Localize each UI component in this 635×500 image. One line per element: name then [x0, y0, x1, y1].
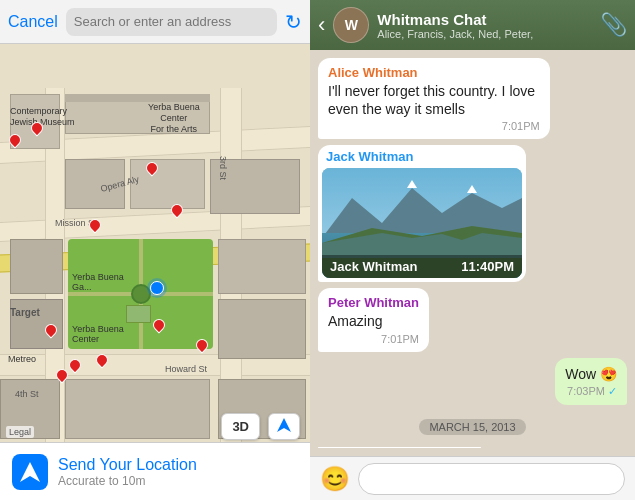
- jack-sender-label: Jack Whitman: [330, 259, 417, 274]
- chat-bottom-bar: 😊: [310, 456, 635, 500]
- zissou-sender-area: Zissou: [318, 447, 481, 448]
- sender-peter: Peter Whitman: [328, 295, 419, 310]
- message-text-alice: I'll never forget this country. I love e…: [328, 82, 540, 118]
- map-3d-button[interactable]: 3D: [221, 413, 260, 440]
- map-pin-9[interactable]: [68, 359, 80, 375]
- map-controls: 3D: [221, 413, 300, 440]
- chat-subtitle: Alice, Francis, Jack, Ned, Peter,: [377, 28, 592, 40]
- cancel-button[interactable]: Cancel: [8, 13, 58, 31]
- send-location-title: Send Your Location: [58, 456, 197, 474]
- message-time-peter: 7:01PM: [328, 333, 419, 345]
- map-pin-6[interactable]: [152, 319, 164, 335]
- search-bar[interactable]: [66, 8, 277, 36]
- map-pin-8[interactable]: [95, 354, 107, 370]
- chat-header: ‹ W Whitmans Chat Alice, Francis, Jack, …: [310, 0, 635, 50]
- chat-messages: Alice Whitman I'll never forget this cou…: [310, 50, 635, 456]
- svg-marker-0: [277, 418, 291, 432]
- send-location-text: Send Your Location Accurate to 10m: [58, 456, 197, 488]
- message-time-alice: 7:01PM: [328, 120, 540, 132]
- chat-panel: ‹ W Whitmans Chat Alice, Francis, Jack, …: [310, 0, 635, 500]
- chat-title: Whitmans Chat: [377, 11, 592, 28]
- attach-button[interactable]: 📎: [600, 12, 627, 38]
- sender-jack: Jack Whitman: [322, 149, 522, 166]
- map-location-button[interactable]: [268, 413, 300, 440]
- map-pin-3[interactable]: [145, 162, 157, 178]
- message-alice: Alice Whitman I'll never forget this cou…: [318, 58, 550, 139]
- map-pin-1[interactable]: [8, 134, 20, 150]
- map-pin-11[interactable]: [44, 324, 56, 340]
- message-text-peter: Amazing: [328, 312, 419, 330]
- message-jack: Jack Whitman: [318, 145, 526, 282]
- read-check: ✓: [608, 385, 617, 397]
- jack-image-caption: Jack Whitman 11:40PM: [322, 255, 522, 278]
- chat-back-button[interactable]: ‹: [318, 12, 325, 38]
- map-pin-7[interactable]: [195, 339, 207, 355]
- map-pin-2[interactable]: [30, 122, 42, 138]
- map-header: Cancel ↻: [0, 0, 310, 44]
- message-text-wow: Wow 😍: [565, 365, 617, 383]
- map-panel: Cancel ↻: [0, 0, 310, 500]
- legal-text: Legal: [6, 426, 34, 438]
- date-divider: MARCH 15, 2013: [318, 417, 627, 435]
- message-zissou-location: Zissou 📍: [318, 447, 481, 448]
- chat-header-info: Whitmans Chat Alice, Francis, Jack, Ned,…: [377, 11, 592, 40]
- send-location-subtitle: Accurate to 10m: [58, 474, 197, 488]
- refresh-button[interactable]: ↻: [285, 10, 302, 34]
- map-pin-4[interactable]: [170, 204, 182, 220]
- send-location-bar[interactable]: Send Your Location Accurate to 10m: [0, 442, 310, 500]
- chat-input[interactable]: [358, 463, 625, 495]
- map-pin-5[interactable]: [88, 219, 100, 235]
- chat-avatar: W: [333, 7, 369, 43]
- svg-marker-1: [20, 462, 40, 482]
- search-input[interactable]: [74, 14, 269, 29]
- date-divider-text: MARCH 15, 2013: [419, 419, 525, 435]
- location-icon: [12, 454, 48, 490]
- jack-image-time: 11:40PM: [461, 259, 514, 274]
- message-peter: Peter Whitman Amazing 7:01PM: [318, 288, 429, 351]
- jack-image: Jack Whitman 11:40PM: [322, 168, 522, 278]
- current-location-pin: [150, 279, 162, 295]
- map-background[interactable]: Yerba BuenaCenterFor the Arts Contempora…: [0, 44, 310, 500]
- message-sent-wow: Wow 😍 7:03PM ✓: [555, 358, 627, 405]
- sender-alice: Alice Whitman: [328, 65, 540, 80]
- message-time-wow: 7:03PM ✓: [565, 385, 617, 398]
- emoji-button[interactable]: 😊: [320, 465, 350, 493]
- map-pin-10[interactable]: [55, 369, 67, 385]
